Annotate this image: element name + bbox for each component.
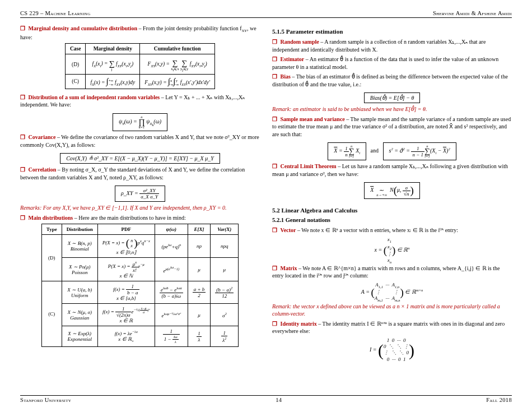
term-vector: Vector: [281, 227, 296, 233]
matrix-remark: Remark: the vector x defined above can b…: [272, 303, 512, 318]
corr-eq: ρ_XY = σ²_XYσ_X σ_Y: [20, 183, 260, 204]
td-type-c: (C): [41, 281, 62, 347]
td-type-d: (D): [41, 235, 62, 281]
marginal-density-heading: ❐ Marginal density and cumulative distri…: [20, 25, 260, 41]
th-ex: E[X]: [188, 224, 211, 235]
matrix-text: – We note A ∈ ℝ^{m×n} a matrix with m ro…: [272, 265, 500, 279]
td-uniform-ex: a + b2: [188, 281, 211, 304]
bullet-icon: ❐: [272, 265, 277, 271]
term-estimator: Estimator: [281, 56, 305, 62]
table-row: X ∼ Exp(λ)Exponential f(x) = λe−λxx ∈ ℝ+…: [41, 326, 238, 347]
td-poisson-psi: eμ(eiω−1): [155, 258, 188, 281]
term-identity: Identity matrix: [281, 321, 317, 327]
bias-eq-text: Bias(θ̂) = E[θ̂] − θ: [364, 92, 421, 103]
marginal-text: – From the joint density probability fun…: [138, 25, 241, 31]
term-main-dist: Main distributions: [29, 215, 73, 221]
corr-heading: ❐ Correlation – By noting σ_X, σ_Y the s…: [20, 166, 260, 181]
td-poisson-ex: μ: [188, 258, 211, 281]
dist-sum-heading: ❐ Distribution of a sum of independent r…: [20, 94, 260, 109]
term-random-sample: Random sample: [281, 39, 319, 45]
section-5-2: 5.2 Linear Algebra and Calculus: [272, 207, 512, 214]
vector: ❐ Vector – We note x ∈ ℝⁿ a vector with …: [272, 226, 512, 234]
term-matrix: Matrix: [281, 265, 297, 271]
matrix: ❐ Matrix – We note A ∈ ℝ^{m×n} a matrix …: [272, 265, 512, 280]
main-dist-text: – Here are the main distributions to hav…: [74, 215, 186, 221]
td-gaussian-pdf: f(x) = 1√(2π)σe−½(x−μσ)²x ∈ ℝ: [97, 304, 155, 326]
td-exp-psi: 11 − iωλ: [155, 326, 188, 347]
td-d-marg: fX(xi) = ∑j fXY(xi,yj): [86, 54, 140, 75]
table-row: X ∼ Po(μ)Poisson P(X = x) = μxx!e−μx ∈ ℕ…: [41, 258, 238, 281]
corr-lhs: ρ_XY =: [121, 190, 139, 196]
td-gaussian-var: σ2: [211, 304, 239, 326]
and-label: and: [371, 147, 379, 154]
term-clt: Central Limit Theorem: [281, 163, 337, 169]
clt-eq: X ∼n→+∞ N(μ, σ√n): [272, 180, 512, 201]
term-cov: Covariance: [29, 134, 56, 140]
section-5-1-5: 5.1.5 Parameter estimation: [272, 28, 512, 35]
identity-eq: I = (1 0 ··· 00 ⋱ ⋱ ⋮⋮ ⋱ ⋱ 00 ··· 0 1): [272, 337, 512, 363]
td-uniform-var: (b − a)212: [211, 281, 239, 304]
cov-heading: ❐ Covariance – We define the covariance …: [20, 133, 260, 149]
bullet-icon: ❐: [20, 94, 25, 100]
bias: ❐ Bias – The bias of an estimator θ̂ is …: [272, 73, 512, 88]
th-psi: ψ(ω): [155, 224, 188, 235]
columns: ❐ Marginal density and cumulative distri…: [20, 25, 512, 395]
header-right: Shervine Amidi & Afshine Amidi: [433, 10, 512, 16]
page-header: CS 229 – Machine Learning Shervine Amidi…: [20, 10, 512, 18]
td-binomial: X ∼ B(n, p)Binomial: [62, 235, 97, 258]
td-binomial-psi: (peiω+q)n: [155, 235, 188, 258]
bias-remark: Remark: an estimator is said to be unbia…: [272, 105, 512, 113]
vector-eq: x = (x1x2⋮xn) ∈ ℝn: [272, 237, 512, 265]
td-d-cum: FXY(x,y) = ∑xi⩽x ∑yj⩽y fXY(xi,yj): [140, 54, 215, 75]
bullet-icon: ❐: [272, 56, 277, 62]
td-exp-var: 1λ2: [211, 326, 239, 347]
vector-text: – We note x ∈ ℝⁿ a vector with n entries…: [297, 227, 458, 233]
identity: ❐ Identity matrix – The identity matrix …: [272, 320, 512, 335]
bias-text: – The bias of an estimator θ̂ is defined…: [272, 73, 508, 87]
th-marginal: Marginal density: [86, 44, 140, 54]
td-poisson: X ∼ Po(μ)Poisson: [62, 258, 97, 281]
term-marginal: Marginal density and cumulative distribu…: [29, 25, 137, 31]
bullet-icon: ❐: [272, 163, 277, 169]
bullet-icon: ❐: [272, 227, 277, 233]
bullet-icon: ❐: [272, 116, 277, 122]
cov-text: – We define the covariance of two random…: [20, 134, 259, 148]
td-gaussian: X ∼ N(μ, σ)Gaussian: [62, 304, 97, 326]
page: CS 229 – Machine Learning Shervine Amidi…: [0, 0, 532, 412]
td-uniform-pdf: f(x) = 1b − ax ∈ [a,b]: [97, 281, 155, 304]
th-case: Case: [65, 44, 86, 54]
footer-right: Fall 2018: [486, 397, 512, 403]
td-binomial-ex: np: [188, 235, 211, 258]
header-left: CS 229 – Machine Learning: [20, 10, 91, 16]
corr-den: σ_X σ_Y: [139, 194, 159, 200]
bullet-icon: ❐: [20, 215, 25, 221]
random-sample: ❐ Random sample – A random sample is a c…: [272, 38, 512, 53]
td-binomial-var: npq: [211, 235, 239, 258]
bullet-icon: ❐: [20, 134, 25, 140]
right-column: 5.1.5 Parameter estimation ❐ Random samp…: [272, 25, 512, 395]
td-binomial-pdf: P(X = x) = (nx)pxqn−xx ∈ ⟦0,n⟧: [97, 235, 155, 258]
term-bias: Bias: [281, 73, 291, 80]
term-dist-sum: Distribution of a sum of independent ran…: [29, 94, 160, 100]
th-var: Var(X): [211, 224, 239, 235]
td-c-cum: FXY(x,y) = ∫x−∞∫y−∞ fXY(x',y')dx'dy': [140, 74, 215, 89]
marginal-table: Case Marginal density Cumulative functio…: [65, 43, 215, 89]
table-row: (C) X ∼ U(a, b)Uniform f(x) = 1b − ax ∈ …: [41, 281, 238, 304]
bullet-icon: ❐: [20, 25, 25, 31]
td-c: (C): [65, 74, 86, 89]
estimator: ❐ Estimator – An estimator θ̂ is a funct…: [272, 55, 512, 71]
bullet-icon: ❐: [20, 166, 25, 173]
corr-num: σ²_XY: [139, 188, 159, 194]
td-exp-ex: 1λ: [188, 326, 211, 347]
distributions-table: Type Distribution PDF ψ(ω) E[X] Var(X) (…: [41, 224, 239, 347]
bullet-icon: ❐: [272, 39, 277, 45]
cov-eq: Cov(X,Y) ≜ σ²_XY = E[(X − μ_X)(Y − μ_Y)]…: [20, 151, 260, 166]
th-dist: Distribution: [62, 224, 97, 235]
td-d: (D): [65, 54, 86, 75]
th-cumulative: Cumulative function: [140, 44, 215, 54]
table-row: (D) X ∼ B(n, p)Binomial P(X = x) = (nx)p…: [41, 235, 238, 258]
td-uniform-psi: eiωb − eiωa(b − a)iω: [155, 281, 188, 304]
td-gaussian-ex: μ: [188, 304, 211, 326]
td-gaussian-psi: eiωμ−½ω²σ²: [155, 304, 188, 326]
main-dist-heading: ❐ Main distributions – Here are the main…: [20, 214, 260, 222]
